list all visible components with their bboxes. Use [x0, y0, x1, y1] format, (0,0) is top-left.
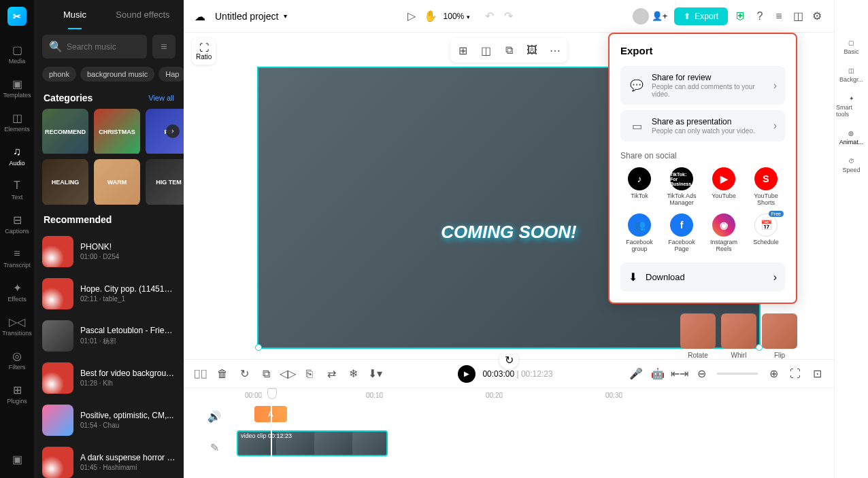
overlay-text[interactable]: COMING SOON!: [441, 222, 576, 243]
chip-phonk[interactable]: phonk: [42, 67, 76, 82]
zoom-level[interactable]: 100% ▾: [444, 12, 470, 21]
search-box[interactable]: 🔍: [42, 35, 147, 58]
nav-transitions[interactable]: ▷◁Transitions: [3, 309, 31, 342]
anim-flip[interactable]: Flip: [762, 313, 797, 359]
anim-rotate[interactable]: Rotate: [680, 313, 716, 359]
layout-icon[interactable]: ◫: [792, 10, 804, 22]
search-filter-button[interactable]: ≡: [152, 35, 176, 58]
nav-effects[interactable]: ✦Effects: [3, 275, 31, 308]
nav-templates[interactable]: ▣Templates: [3, 71, 31, 104]
delete-icon[interactable]: 🗑: [216, 368, 229, 380]
crop-icon[interactable]: ⧉: [260, 368, 272, 380]
refresh-button[interactable]: ↻: [499, 350, 518, 369]
insp-animation[interactable]: ◎Animat...: [838, 124, 865, 151]
redo-button[interactable]: ↷: [503, 10, 515, 22]
category-recommend[interactable]: RECOMMEND: [42, 109, 88, 154]
nav-plugins[interactable]: ⊞Plugins: [3, 377, 31, 410]
track-edit-icon[interactable]: ✎: [204, 441, 224, 454]
insp-basic[interactable]: ▢Basic: [842, 34, 860, 61]
media-tool-icon[interactable]: ⊞: [453, 41, 472, 60]
video-clip[interactable]: video clip 00:12:23: [237, 430, 388, 456]
social-instagram[interactable]: ◉Instagram Reels: [705, 214, 743, 253]
track-item[interactable]: A dark suspense horror song with a...01:…: [42, 441, 176, 478]
category-healing[interactable]: HEALING: [42, 159, 88, 205]
nav-audio[interactable]: ♫Audio: [3, 139, 31, 172]
track-item[interactable]: Hope. City pop. (1145157)02:11 · table_1: [42, 273, 176, 315]
template-tool-icon[interactable]: ◫: [476, 41, 495, 60]
social-youtube-shorts[interactable]: SYouTube Shorts: [747, 167, 785, 207]
app-logo[interactable]: ✂: [7, 7, 27, 26]
arrow-icon[interactable]: ⇤⇥: [673, 368, 686, 380]
fullscreen-icon[interactable]: ⊡: [811, 368, 823, 380]
collab-avatars[interactable]: 👤+: [633, 8, 668, 24]
category-scroll-right[interactable]: ›: [166, 124, 180, 138]
cursor-tool[interactable]: ▷: [405, 10, 418, 22]
nav-media[interactable]: ▢Media: [3, 37, 31, 70]
track-item[interactable]: Pascal Letoublon - Friendships...01:01 ·…: [42, 315, 176, 357]
add-user-icon[interactable]: 👤+: [652, 11, 668, 21]
ratio-button[interactable]: ⛶ Ratio: [192, 38, 216, 65]
rotate-icon[interactable]: ↻: [238, 368, 250, 380]
circle-minus-icon[interactable]: ⊖: [695, 368, 707, 380]
category-warm[interactable]: WARM: [94, 159, 140, 205]
timeline-ruler[interactable]: 00:00 00:10 00:20 00:30: [184, 388, 834, 402]
social-youtube[interactable]: ▶YouTube: [705, 167, 743, 207]
chip-bg-music[interactable]: background music: [80, 67, 154, 82]
crop-tool-icon[interactable]: ⧉: [499, 41, 518, 60]
nav-more[interactable]: ▣: [3, 447, 31, 471]
category-christmas[interactable]: CHRISTMAS: [94, 109, 140, 154]
circle-plus-icon[interactable]: ⊕: [767, 368, 780, 380]
track-item[interactable]: Positive, optimistic, CM,...01:54 · Chau: [42, 399, 176, 441]
more-tools-icon[interactable]: ⋯: [546, 41, 565, 60]
export-button[interactable]: ⬆Export: [674, 7, 728, 25]
tab-sfx[interactable]: Sound effects: [109, 0, 177, 29]
settings-icon[interactable]: ⚙: [811, 10, 823, 22]
track-item[interactable]: Best for video background music...01:28 …: [42, 357, 176, 399]
side-navigation: ✂ ▢Media ▣Templates ◫Elements ♫Audio TTe…: [0, 0, 34, 478]
tab-music[interactable]: Music: [41, 0, 109, 29]
view-all-link[interactable]: View all: [148, 94, 174, 102]
insp-speed[interactable]: ⏱Speed: [841, 152, 861, 179]
mic-icon[interactable]: 🎤: [630, 368, 642, 380]
social-tiktok[interactable]: ♪TikTok: [620, 167, 658, 207]
shield-icon[interactable]: ⛨: [735, 10, 747, 22]
resize-handle[interactable]: [255, 344, 262, 351]
freeze-icon[interactable]: ❄: [347, 368, 359, 380]
share-presentation-button[interactable]: ▭ Share as presentation People can only …: [620, 110, 785, 141]
social-fb-group[interactable]: 👥Facebook group: [620, 214, 658, 253]
social-schedule[interactable]: Free📅Schedule: [747, 214, 785, 253]
download-button[interactable]: ⬇ Download ›: [620, 262, 785, 292]
ai-icon[interactable]: 🤖: [652, 368, 664, 380]
insp-background[interactable]: ◫Backgr...: [838, 62, 865, 88]
project-title[interactable]: Untitled project▾: [215, 11, 287, 22]
zoom-slider[interactable]: [717, 373, 758, 375]
fit-icon[interactable]: ⛶: [789, 368, 801, 380]
search-input[interactable]: [67, 42, 140, 52]
nav-filters[interactable]: ◎Filters: [3, 343, 31, 376]
nav-transcript[interactable]: ≡Transcript: [3, 241, 31, 274]
split-icon[interactable]: ⌷⌷: [195, 368, 207, 380]
playhead[interactable]: [271, 392, 272, 465]
hand-tool[interactable]: ✋: [424, 10, 437, 22]
anim-whirl[interactable]: Whirl: [721, 313, 756, 359]
copy-icon[interactable]: ⎘: [303, 368, 316, 380]
mirror-icon[interactable]: ◁▷: [282, 368, 294, 380]
social-fb-page[interactable]: fFacebook Page: [663, 214, 701, 253]
nav-elements[interactable]: ◫Elements: [3, 105, 31, 138]
download-icon[interactable]: ⬇▾: [369, 368, 381, 380]
social-tiktok-ads[interactable]: TikTok:For BusinessTikTok Ads Manager: [663, 167, 701, 207]
track-mute-icon[interactable]: 🔊: [204, 410, 224, 423]
category-high-tempo[interactable]: HIG TEM: [146, 159, 184, 205]
chip-happy[interactable]: Hap: [158, 67, 184, 82]
undo-button[interactable]: ↶: [484, 10, 496, 22]
nav-captions[interactable]: ⊟Captions: [3, 207, 31, 240]
image-tool-icon[interactable]: 🖼: [522, 41, 541, 60]
help-icon[interactable]: ?: [754, 10, 766, 22]
insp-smart-tools[interactable]: ✦Smart tools: [835, 90, 868, 123]
reverse-icon[interactable]: ⇄: [325, 368, 337, 380]
track-item[interactable]: PHONK!01:00 · D254: [42, 231, 176, 273]
nav-text[interactable]: TText: [3, 173, 31, 206]
menu-icon[interactable]: ≡: [773, 10, 785, 22]
share-for-review-button[interactable]: 💬 Share for review People can add commen…: [620, 66, 785, 105]
play-button[interactable]: ▶: [458, 365, 475, 383]
